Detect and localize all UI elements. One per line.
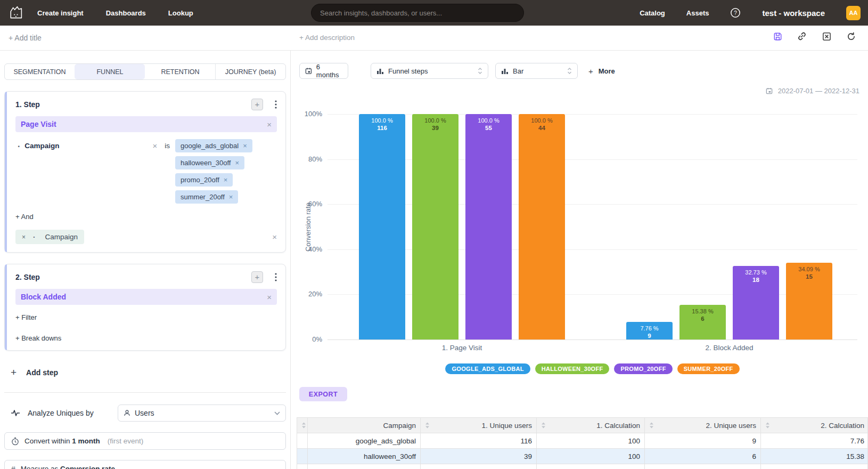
tab-retention[interactable]: RETENTION	[145, 64, 215, 79]
header-label[interactable]: Campaign	[383, 422, 416, 430]
filter-value-chip[interactable]: summer_20off×	[175, 190, 238, 204]
header-label[interactable]: 2. Unique users	[706, 422, 756, 430]
nav-item-create-insight[interactable]: Create insight	[37, 9, 84, 17]
bar-percent-label: 34.09 %	[786, 265, 832, 273]
chip-label: halloween_30off	[181, 159, 231, 167]
table-row[interactable]: halloween_30off39100615.38	[297, 448, 867, 464]
extra-filter-chip[interactable]: × · Campaign	[15, 230, 84, 244]
event-name[interactable]: Block Added	[21, 293, 267, 301]
filter-value-chip[interactable]: promo_20off×	[175, 173, 233, 187]
gridline	[327, 339, 857, 340]
add-and-condition-button[interactable]: + And	[15, 213, 277, 221]
add-description-button[interactable]: + Add description	[299, 34, 355, 42]
header-label[interactable]: 1. Calculation	[596, 422, 640, 430]
table-header: Campaign1. Unique users1. Calculation2. …	[297, 418, 867, 433]
search-input[interactable]	[311, 4, 524, 22]
x-axis-label: 2. Block Added	[705, 344, 753, 352]
filter-property[interactable]: Campaign	[24, 142, 59, 150]
cell: 116	[421, 433, 537, 448]
remove-chip-icon[interactable]: ×	[224, 176, 228, 183]
add-step-button[interactable]: + Add step	[4, 367, 286, 378]
filter-value-chip[interactable]: google_ads_global×	[175, 139, 252, 152]
step-menu-icon[interactable]	[275, 100, 277, 109]
date-range-display: 2022-07-01 — 2022-12-31	[766, 87, 859, 95]
bar-promo-20off-2-block-added[interactable]: 32.73 %18	[733, 266, 779, 339]
table-row[interactable]: google_ads_global11610097.76	[297, 433, 867, 448]
bar-google-ads-global-2-block-added[interactable]: 7.76 %9	[626, 322, 673, 339]
refresh-icon[interactable]	[846, 31, 856, 42]
workspace-name[interactable]: test - workspace	[762, 9, 825, 18]
convert-within-row[interactable]: Convert within 1 month (first event)	[4, 432, 286, 450]
remove-extra-filter-icon[interactable]: ×	[22, 234, 26, 240]
bar-halloween-30off-2-block-added[interactable]: 15.38 %6	[679, 305, 726, 339]
view-type-select[interactable]: Funnel steps	[371, 63, 488, 79]
header-cell-campaign: Campaign	[308, 418, 421, 433]
sort-icon[interactable]	[301, 422, 306, 428]
bar-promo-20off-1-page-visit[interactable]: 100.0 %55	[465, 114, 512, 339]
tab-segmentation[interactable]: SEGMENTATION	[5, 64, 75, 79]
header-label[interactable]: 1. Unique users	[481, 422, 532, 430]
bar-percent-label: 7.76 %	[626, 325, 673, 332]
sort-icon[interactable]	[765, 422, 770, 428]
legend-chip-promo-20off[interactable]: PROMO_20OFF	[614, 363, 672, 374]
nav-item-catalog[interactable]: Catalog	[640, 9, 665, 17]
sort-icon[interactable]	[541, 422, 546, 428]
export-button[interactable]: EXPORT	[299, 387, 347, 401]
date-range-button[interactable]: 6 months	[299, 63, 348, 79]
chart-type-select[interactable]: Bar	[495, 63, 578, 79]
sort-icon[interactable]	[649, 422, 654, 428]
remove-chip-icon[interactable]: ×	[243, 142, 247, 149]
header-label[interactable]: 2. Calculation	[821, 422, 864, 430]
bar-google-ads-global-1-page-visit[interactable]: 100.0 %116	[359, 114, 405, 339]
add-filter-button[interactable]: + Filter	[15, 313, 277, 321]
bar-halloween-30off-1-page-visit[interactable]: 100.0 %39	[412, 114, 458, 339]
analyze-by-select[interactable]: Users	[118, 405, 286, 422]
y-tick-label: 80%	[294, 155, 322, 163]
nav-item-dashboards[interactable]: Dashboards	[106, 9, 146, 17]
chip-label: summer_20off	[181, 193, 225, 201]
nav-item-lookup[interactable]: Lookup	[168, 9, 193, 17]
bar-percent-label: 100.0 %	[519, 117, 565, 124]
step-title: 1. Step	[15, 100, 40, 109]
remove-chip-icon[interactable]: ×	[229, 193, 233, 200]
add-breakdowns-button[interactable]: + Break downs	[15, 334, 277, 342]
more-button[interactable]: + More	[588, 63, 615, 79]
bar-summer-20off-2-block-added[interactable]: 34.09 %15	[786, 263, 832, 339]
event-name[interactable]: Page Visit	[21, 120, 267, 128]
cell	[297, 464, 308, 469]
step-menu-icon[interactable]	[275, 273, 277, 281]
cell-value: 116	[520, 437, 532, 445]
bar-label: 100.0 %39	[412, 114, 458, 132]
close-square-icon[interactable]	[821, 31, 832, 42]
add-inline-icon[interactable]: +	[251, 99, 263, 110]
remove-event-icon[interactable]: ×	[267, 293, 272, 301]
nav-item-assets[interactable]: Assets	[686, 9, 709, 17]
tab-funnel[interactable]: FUNNEL	[75, 64, 145, 79]
tab-journey-beta[interactable]: JOURNEY (beta)	[215, 64, 285, 79]
cell	[645, 464, 761, 469]
remove-row-icon[interactable]: ×	[272, 233, 277, 241]
legend-chip-google-ads-global[interactable]: GOOGLE_ADS_GLOBAL	[445, 363, 530, 374]
y-tick-label: 60%	[294, 200, 322, 208]
remove-event-icon[interactable]: ×	[267, 120, 272, 128]
save-icon[interactable]	[772, 31, 783, 42]
legend-chip-summer-20off[interactable]: SUMMER_20OFF	[677, 363, 740, 374]
avatar[interactable]: AA	[846, 6, 861, 20]
app-logo-icon[interactable]	[6, 4, 24, 22]
bar-count-label: 18	[733, 276, 779, 284]
remove-filter-icon[interactable]: ×	[152, 142, 157, 150]
gridline	[327, 204, 857, 205]
filter-operator[interactable]: is	[165, 142, 170, 150]
remove-chip-icon[interactable]: ×	[235, 159, 239, 166]
sort-icon[interactable]	[425, 422, 430, 428]
measure-as-row[interactable]: # Measure as Conversion rate	[4, 460, 286, 469]
filter-value-chip[interactable]: halloween_30off×	[175, 156, 244, 169]
add-inline-icon[interactable]: +	[251, 271, 263, 283]
bar-count-label: 39	[412, 124, 458, 132]
add-title-button[interactable]: + Add title	[9, 34, 42, 42]
bar-summer-20off-1-page-visit[interactable]: 100.0 %44	[519, 114, 565, 339]
legend-chip-halloween-30off[interactable]: HALLOWEEN_30OFF	[535, 363, 610, 374]
cell: 15.38	[761, 449, 868, 464]
help-icon[interactable]: ?	[730, 7, 741, 18]
link-icon[interactable]	[797, 31, 807, 42]
